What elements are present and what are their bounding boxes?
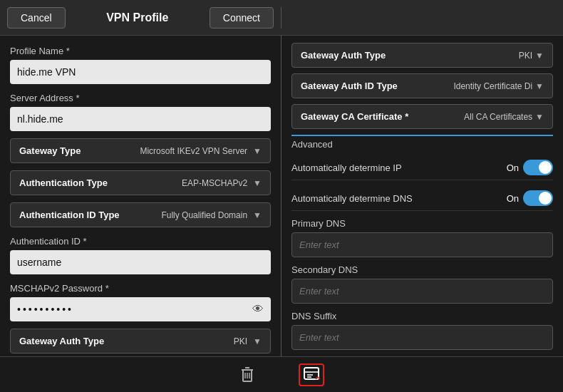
connect-button[interactable]: Connect [210,7,274,29]
gateway-auth-id-type-label: Gateway Auth ID Type [301,81,398,91]
edit-icon [303,366,320,383]
dns-suffix-label: DNS Suffix [291,311,553,321]
auto-dns-label: Automatically determine DNS [291,193,413,204]
top-bar-left: Cancel VPN Profile Connect [0,7,282,29]
gateway-auth-type-value-left: PKI [234,336,247,346]
password-input[interactable] [10,297,271,321]
auth-id-type-label: Authentication ID Type [19,210,120,220]
page-title: VPN Profile [106,11,168,24]
main-content: Profile Name * Server Address * Gateway … [0,36,563,356]
auth-id-type-value: Fully Qualified Domain [161,210,247,220]
auto-ip-toggle[interactable] [523,160,553,175]
gateway-ca-cert-label: Gateway CA Certificate * [301,111,408,122]
password-label: MSCHAPv2 Password * [10,283,271,294]
auth-type-arrow-icon: ▼ [253,178,262,188]
dns-suffix-input[interactable] [291,325,553,350]
password-wrapper: 👁 [10,297,271,321]
gateway-type-label: Gateway Type [19,145,81,156]
left-panel: Profile Name * Server Address * Gateway … [0,36,282,356]
gateway-auth-type-arrow-icon-left: ▼ [253,336,262,346]
auth-type-value: EAP-MSCHAPv2 [182,178,247,188]
profile-name-input[interactable] [10,60,271,84]
gateway-type-dropdown[interactable]: Gateway Type Microsoft IKEv2 VPN Server … [10,138,271,163]
gateway-auth-type-label-left: Gateway Auth Type [19,336,104,346]
profile-name-label: Profile Name * [10,46,271,56]
cancel-button[interactable]: Cancel [7,7,66,29]
trash-icon [239,366,256,384]
top-bar: Cancel VPN Profile Connect [0,0,563,36]
server-address-label: Server Address * [10,93,271,103]
gateway-auth-type-arrow-icon-right: ▼ [535,51,544,61]
advanced-section: Advanced Automatically determine IP On A… [291,135,553,356]
advanced-label: Advanced [291,139,553,150]
gateway-type-value: Microsoft IKEv2 VPN Server [140,146,247,156]
gateway-auth-id-type-arrow-icon: ▼ [535,81,544,91]
auth-type-dropdown[interactable]: Authentication Type EAP-MSCHAPv2 ▼ [10,170,271,195]
gateway-auth-type-dropdown-left[interactable]: Gateway Auth Type PKI ▼ [10,329,271,354]
auth-type-label: Authentication Type [19,177,108,188]
gateway-ca-cert-value: All CA Certificates [464,112,532,122]
gateway-auth-type-dropdown-right[interactable]: Gateway Auth Type PKI ▼ [291,43,553,68]
server-address-input[interactable] [10,107,271,131]
auto-ip-row: Automatically determine IP On [291,155,553,180]
auth-id-type-dropdown[interactable]: Authentication ID Type Fully Qualified D… [10,202,271,227]
gateway-ca-cert-dropdown[interactable]: Gateway CA Certificate * All CA Certific… [291,104,553,129]
auto-ip-label: Automatically determine IP [291,163,402,173]
gateway-auth-type-label-right: Gateway Auth Type [301,50,386,61]
primary-dns-input[interactable] [291,232,553,257]
gateway-ca-cert-arrow-icon: ▼ [535,112,544,122]
gateway-auth-id-type-value: Identity Certificate Di [453,81,532,91]
auto-dns-value: On [507,193,519,204]
auth-id-type-arrow-icon: ▼ [253,210,262,220]
auto-ip-value: On [507,163,519,173]
secondary-dns-input[interactable] [291,279,553,304]
auth-id-input[interactable] [10,250,271,274]
auto-dns-toggle-group: On [507,190,553,206]
bottom-bar [0,356,563,392]
show-password-icon[interactable]: 👁 [252,303,264,316]
primary-dns-label: Primary DNS [291,218,553,229]
right-panel: Gateway Auth Type PKI ▼ Gateway Auth ID … [282,36,563,356]
auto-dns-row: Automatically determine DNS On [291,186,553,211]
delete-button[interactable] [239,366,256,384]
gateway-auth-id-type-dropdown[interactable]: Gateway Auth ID Type Identity Certificat… [291,73,553,98]
auto-dns-toggle[interactable] [523,190,553,206]
auth-id-label: Authentication ID * [10,236,271,247]
edit-button[interactable] [299,363,324,386]
secondary-dns-label: Secondary DNS [291,264,553,275]
gateway-type-arrow-icon: ▼ [253,146,262,156]
auto-ip-toggle-group: On [507,160,553,175]
gateway-auth-type-value-right: PKI [519,51,532,61]
